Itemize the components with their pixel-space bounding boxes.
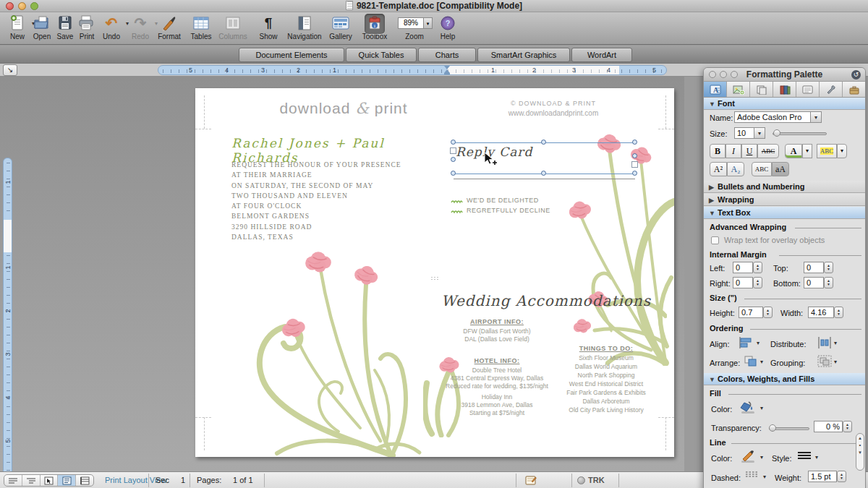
margin-top-field[interactable]: 0 (804, 262, 824, 273)
font-size-field[interactable]: 10 (734, 127, 754, 139)
section-header-font[interactable]: ▼Font (704, 98, 865, 110)
grouping-dropdown[interactable]: ▾ (834, 359, 837, 365)
fill-color-bucket-icon[interactable] (739, 400, 757, 416)
scrapbook-tab[interactable] (750, 82, 773, 97)
selection-handle[interactable] (541, 140, 546, 145)
selection-square-handle[interactable] (450, 147, 456, 154)
tab-charts[interactable]: Charts (418, 48, 476, 62)
tab-type-selector[interactable]: ↘ (3, 64, 17, 76)
distribute-icon[interactable] (817, 336, 833, 349)
notebook-view-button[interactable] (76, 475, 93, 486)
underline-button[interactable]: U (741, 144, 757, 158)
draft-view-button[interactable] (4, 475, 22, 486)
selection-handle[interactable] (632, 171, 637, 176)
arrange-icon[interactable] (743, 354, 759, 369)
spelling-status-icon[interactable] (524, 474, 537, 487)
width-field[interactable]: 4.16 (808, 307, 834, 318)
line-style-icon[interactable] (796, 450, 812, 461)
height-field[interactable]: 0.7 (739, 307, 763, 318)
subscript-button[interactable]: A₂ (727, 162, 744, 176)
font-color-dropdown[interactable]: ▾ (802, 144, 812, 158)
selection-handle[interactable] (632, 153, 637, 158)
undo-button[interactable]: ↶ Undo ▾ (95, 14, 127, 44)
track-changes-label[interactable]: TRK (588, 476, 605, 484)
font-size-dropdown[interactable]: ▾ (754, 127, 765, 139)
zoom-dropdown-caret[interactable]: ▾ (424, 17, 433, 29)
tab-smartart-graphics[interactable]: SmartArt Graphics (477, 48, 570, 62)
selection-handle[interactable] (451, 171, 456, 176)
align-dropdown[interactable]: ▾ (757, 340, 760, 346)
section-header-textbox[interactable]: ▼Text Box (704, 207, 865, 219)
transparency-field[interactable]: 0 % (814, 421, 843, 432)
weight-field[interactable]: 1.5 pt (808, 471, 837, 482)
outline-view-button[interactable] (22, 475, 41, 486)
grouping-icon[interactable] (817, 354, 833, 369)
line-style-dropdown[interactable]: ▾ (815, 454, 818, 461)
selection-handle[interactable] (451, 157, 456, 162)
document-page[interactable]: download & print Rachel Jones + Paul Ric… (195, 88, 674, 457)
toolbox-button[interactable]: i Toolbox (357, 14, 393, 44)
fill-color-dropdown[interactable]: ▾ (760, 405, 763, 411)
tables-button[interactable]: Tables (185, 14, 217, 44)
publishing-view-button[interactable] (41, 475, 59, 486)
width-stepper[interactable]: ▲▼ (834, 307, 843, 318)
line-color-pencil-icon[interactable] (739, 449, 757, 465)
margin-right-field[interactable]: 0 (733, 277, 753, 288)
italic-button[interactable]: I (726, 144, 741, 158)
vertical-ruler[interactable]: 1 1 2 3 4 5 6 7 (3, 158, 12, 471)
object-palette-tab[interactable] (727, 82, 750, 97)
help-button[interactable]: ? Help (434, 14, 461, 44)
formatting-palette-tab[interactable]: A (704, 82, 727, 97)
selection-handle[interactable] (632, 140, 637, 145)
palette-rotate-icon[interactable]: ↺ (851, 70, 861, 80)
compatibility-report-tab[interactable] (820, 82, 843, 97)
project-palette-tab[interactable] (843, 82, 865, 97)
font-size-slider[interactable] (773, 132, 827, 135)
palette-scroll-control[interactable]: ▲ • ▼ (856, 433, 864, 471)
show-button[interactable]: ¶ Show (252, 14, 284, 44)
line-color-dropdown[interactable]: ▾ (760, 454, 763, 461)
palette-title-bar[interactable]: Formatting Palette ↺ (704, 68, 865, 82)
section-header-bullets[interactable]: ▶Bullets and Numbering (704, 181, 865, 193)
margin-top-stepper[interactable]: ▲▼ (824, 262, 833, 273)
margin-left-field[interactable]: 0 (733, 262, 753, 273)
zoom-value-field[interactable]: 89% (398, 17, 424, 29)
distribute-dropdown[interactable]: ▾ (834, 340, 837, 346)
format-button[interactable]: Format (153, 14, 185, 44)
weight-stepper[interactable]: ▲▼ (837, 471, 846, 482)
strikethrough-button[interactable]: ABC (757, 144, 779, 158)
margin-left-stepper[interactable]: ▲▼ (753, 262, 762, 273)
font-size-slider-thumb[interactable] (773, 129, 780, 137)
print-layout-view-button[interactable] (58, 475, 76, 486)
tab-document-elements[interactable]: Document Elements (239, 48, 344, 62)
transparency-slider-thumb[interactable] (769, 424, 776, 432)
citations-tab[interactable] (796, 82, 820, 97)
selection-handle[interactable] (451, 140, 456, 145)
font-name-dropdown[interactable]: ▾ (811, 111, 822, 123)
superscript-button[interactable]: A² (710, 162, 727, 176)
indent-marker[interactable] (443, 66, 450, 75)
dashed-dropdown[interactable]: ▾ (763, 474, 766, 480)
highlight-dropdown[interactable]: ▾ (837, 144, 847, 158)
wrap-text-checkbox[interactable] (711, 236, 719, 244)
zoom-control[interactable]: 89% ▾ Zoom (394, 14, 435, 44)
navigation-button[interactable]: Navigation (284, 14, 325, 44)
transparency-stepper[interactable]: ▲▼ (843, 421, 852, 432)
dashed-style-icon[interactable] (744, 468, 760, 480)
font-name-field[interactable]: Adobe Caslon Pro (734, 111, 811, 123)
arrange-dropdown[interactable]: ▾ (760, 359, 763, 365)
selection-square-handle[interactable] (631, 161, 638, 168)
track-changes-sphere-icon[interactable] (577, 476, 585, 484)
margin-right-stepper[interactable]: ▲▼ (753, 277, 762, 288)
height-stepper[interactable]: ▲▼ (763, 307, 773, 318)
tab-wordart[interactable]: WordArt (571, 48, 632, 62)
small-caps-button[interactable]: ABC (752, 162, 772, 176)
align-icon[interactable] (739, 336, 754, 349)
section-header-wrapping[interactable]: ▶Wrapping (704, 194, 865, 206)
selection-handle[interactable] (541, 171, 546, 176)
margin-bottom-field[interactable]: 0 (804, 277, 824, 288)
margin-bottom-stepper[interactable]: ▲▼ (824, 277, 833, 288)
tab-quick-tables[interactable]: Quick Tables (346, 48, 417, 62)
horizontal-ruler[interactable]: 5 4 3 2 1 1 2 3 4 5 (158, 65, 667, 75)
change-case-button[interactable]: aA (772, 162, 789, 176)
